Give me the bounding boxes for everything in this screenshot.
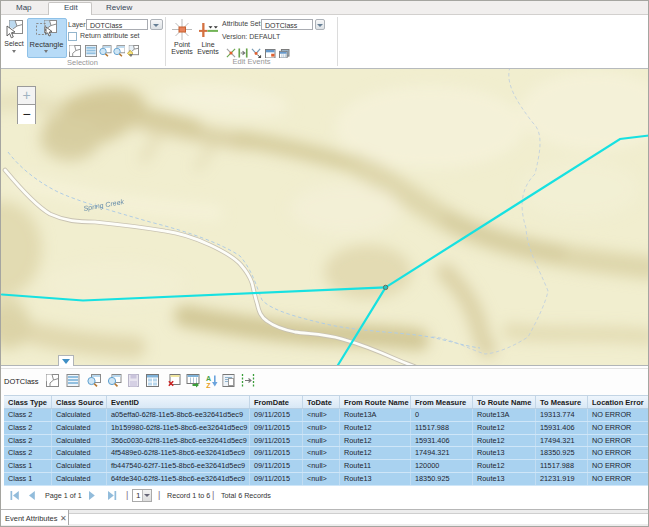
svg-text:A: A bbox=[206, 375, 211, 382]
svg-text:Z: Z bbox=[206, 382, 211, 389]
